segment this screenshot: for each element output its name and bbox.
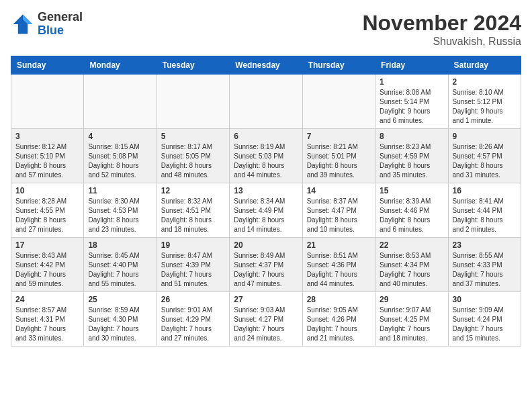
day-info: Sunrise: 8:37 AM Sunset: 4:47 PM Dayligh… [307,197,371,234]
day-number: 4 [88,132,152,141]
table-row: 12Sunrise: 8:32 AM Sunset: 4:51 PM Dayli… [157,183,229,238]
day-number: 7 [307,132,371,141]
day-info: Sunrise: 9:03 AM Sunset: 4:27 PM Dayligh… [234,306,298,343]
table-row: 13Sunrise: 8:34 AM Sunset: 4:49 PM Dayli… [230,183,302,238]
day-info: Sunrise: 8:10 AM Sunset: 5:12 PM Dayligh… [453,88,517,126]
table-row: 18Sunrise: 8:45 AM Sunset: 4:40 PM Dayli… [84,238,157,292]
day-number: 16 [453,186,517,195]
table-row: 25Sunrise: 8:59 AM Sunset: 4:30 PM Dayli… [84,292,157,347]
day-info: Sunrise: 8:53 AM Sunset: 4:34 PM Dayligh… [380,251,443,289]
col-monday: Monday [84,56,157,75]
day-info: Sunrise: 9:05 AM Sunset: 4:26 PM Dayligh… [307,306,371,343]
day-info: Sunrise: 8:59 AM Sunset: 4:30 PM Dayligh… [88,306,152,343]
day-number: 11 [88,186,152,195]
day-number: 5 [161,132,225,141]
col-wednesday: Wednesday [230,56,302,75]
table-row: 14Sunrise: 8:37 AM Sunset: 4:47 PM Dayli… [302,183,375,238]
table-row: 16Sunrise: 8:41 AM Sunset: 4:44 PM Dayli… [448,183,521,238]
day-number: 2 [453,77,517,87]
day-number: 6 [234,132,298,141]
calendar-week-row: 10Sunrise: 8:28 AM Sunset: 4:55 PM Dayli… [11,183,521,238]
table-row: 3Sunrise: 8:12 AM Sunset: 5:10 PM Daylig… [11,129,84,183]
logo-blue-label: Blue [38,24,83,38]
table-row: 22Sunrise: 8:53 AM Sunset: 4:34 PM Dayli… [375,238,448,292]
page-header: General Blue November 2024 Shuvakish, Ru… [11,11,521,48]
day-info: Sunrise: 8:45 AM Sunset: 4:40 PM Dayligh… [88,251,152,289]
table-row: 29Sunrise: 9:07 AM Sunset: 4:25 PM Dayli… [375,292,448,347]
table-row: 5Sunrise: 8:17 AM Sunset: 5:05 PM Daylig… [157,129,229,183]
table-row: 4Sunrise: 8:15 AM Sunset: 5:08 PM Daylig… [84,129,157,183]
day-info: Sunrise: 8:21 AM Sunset: 5:01 PM Dayligh… [307,142,371,180]
day-number: 22 [380,240,443,250]
table-row: 26Sunrise: 9:01 AM Sunset: 4:29 PM Dayli… [157,292,229,347]
table-row: 23Sunrise: 8:55 AM Sunset: 4:33 PM Dayli… [448,238,521,292]
day-info: Sunrise: 8:43 AM Sunset: 4:42 PM Dayligh… [15,251,79,289]
logo-text: General Blue [38,11,83,38]
location-title: Shuvakish, Russia [362,36,521,48]
col-tuesday: Tuesday [157,56,229,75]
table-row: 7Sunrise: 8:21 AM Sunset: 5:01 PM Daylig… [302,129,375,183]
day-number: 14 [307,186,371,195]
day-info: Sunrise: 9:09 AM Sunset: 4:24 PM Dayligh… [453,306,517,343]
day-number: 15 [380,186,443,195]
calendar-week-row: 3Sunrise: 8:12 AM Sunset: 5:10 PM Daylig… [11,129,521,183]
day-info: Sunrise: 8:30 AM Sunset: 4:53 PM Dayligh… [88,197,152,234]
calendar-table: Sunday Monday Tuesday Wednesday Thursday… [11,56,521,347]
month-title: November 2024 [362,11,521,36]
day-info: Sunrise: 8:17 AM Sunset: 5:05 PM Dayligh… [161,142,225,180]
day-number: 1 [380,77,443,87]
calendar-week-row: 17Sunrise: 8:43 AM Sunset: 4:42 PM Dayli… [11,238,521,292]
day-info: Sunrise: 8:47 AM Sunset: 4:39 PM Dayligh… [161,251,225,289]
day-info: Sunrise: 8:41 AM Sunset: 4:44 PM Dayligh… [453,197,517,234]
table-row: 27Sunrise: 9:03 AM Sunset: 4:27 PM Dayli… [230,292,302,347]
day-number: 17 [15,240,79,250]
day-info: Sunrise: 8:23 AM Sunset: 4:59 PM Dayligh… [380,142,443,180]
table-row: 20Sunrise: 8:49 AM Sunset: 4:37 PM Dayli… [230,238,302,292]
table-row [84,75,157,129]
day-number: 25 [88,295,152,304]
day-info: Sunrise: 8:55 AM Sunset: 4:33 PM Dayligh… [453,251,517,289]
day-number: 18 [88,240,152,250]
day-number: 8 [380,132,443,141]
day-number: 13 [234,186,298,195]
day-number: 23 [453,240,517,250]
logo-general-label: General [38,11,83,24]
day-number: 29 [380,295,443,304]
day-info: Sunrise: 8:15 AM Sunset: 5:08 PM Dayligh… [88,142,152,180]
day-info: Sunrise: 8:34 AM Sunset: 4:49 PM Dayligh… [234,197,298,234]
day-info: Sunrise: 8:08 AM Sunset: 5:14 PM Dayligh… [380,88,443,126]
calendar-header-row: Sunday Monday Tuesday Wednesday Thursday… [11,56,521,75]
table-row: 24Sunrise: 8:57 AM Sunset: 4:31 PM Dayli… [11,292,84,347]
day-info: Sunrise: 8:12 AM Sunset: 5:10 PM Dayligh… [15,142,79,180]
calendar-week-row: 1Sunrise: 8:08 AM Sunset: 5:14 PM Daylig… [11,75,521,129]
table-row: 17Sunrise: 8:43 AM Sunset: 4:42 PM Dayli… [11,238,84,292]
table-row: 15Sunrise: 8:39 AM Sunset: 4:46 PM Dayli… [375,183,448,238]
col-friday: Friday [375,56,448,75]
day-number: 26 [161,295,225,304]
table-row [157,75,229,129]
table-row: 30Sunrise: 9:09 AM Sunset: 4:24 PM Dayli… [448,292,521,347]
table-row: 19Sunrise: 8:47 AM Sunset: 4:39 PM Dayli… [157,238,229,292]
day-info: Sunrise: 8:26 AM Sunset: 4:57 PM Dayligh… [453,142,517,180]
calendar-week-row: 24Sunrise: 8:57 AM Sunset: 4:31 PM Dayli… [11,292,521,347]
day-info: Sunrise: 8:32 AM Sunset: 4:51 PM Dayligh… [161,197,225,234]
day-number: 24 [15,295,79,304]
logo-icon [11,12,35,36]
col-sunday: Sunday [11,56,84,75]
col-thursday: Thursday [302,56,375,75]
day-number: 10 [15,186,79,195]
table-row: 28Sunrise: 9:05 AM Sunset: 4:26 PM Dayli… [302,292,375,347]
day-number: 12 [161,186,225,195]
day-number: 20 [234,240,298,250]
day-info: Sunrise: 8:49 AM Sunset: 4:37 PM Dayligh… [234,251,298,289]
day-number: 9 [453,132,517,141]
table-row: 10Sunrise: 8:28 AM Sunset: 4:55 PM Dayli… [11,183,84,238]
day-info: Sunrise: 9:07 AM Sunset: 4:25 PM Dayligh… [380,306,443,343]
day-number: 27 [234,295,298,304]
day-info: Sunrise: 8:39 AM Sunset: 4:46 PM Dayligh… [380,197,443,234]
day-number: 28 [307,295,371,304]
table-row [302,75,375,129]
table-row [230,75,302,129]
title-area: November 2024 Shuvakish, Russia [362,11,521,48]
day-info: Sunrise: 8:19 AM Sunset: 5:03 PM Dayligh… [234,142,298,180]
